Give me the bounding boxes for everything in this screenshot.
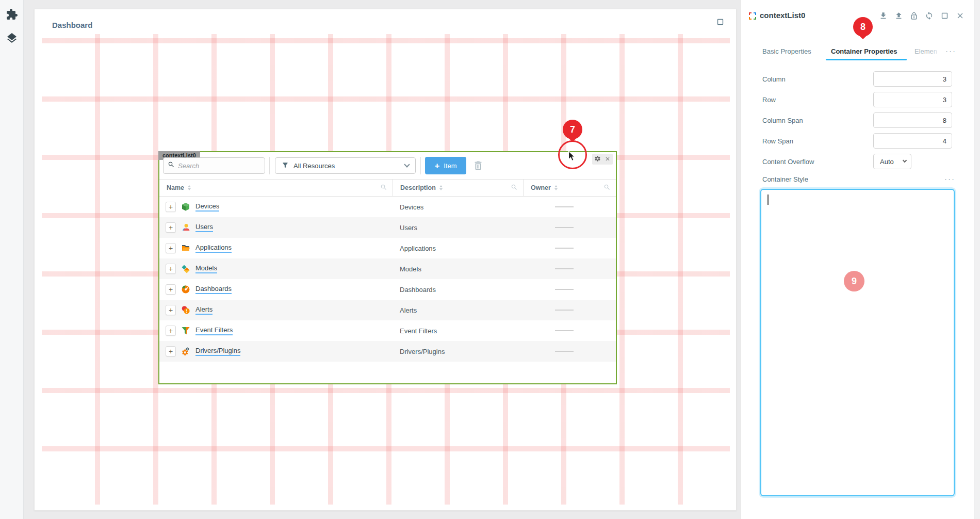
chevron-down-icon [404, 161, 410, 167]
properties-panel: contextList0 Basic Properties Container … [741, 0, 974, 519]
field-label-container-style: Container Style [762, 175, 808, 183]
expand-row-button[interactable]: + [166, 202, 176, 212]
resource-link[interactable]: Dashboards [195, 285, 232, 294]
content-overflow-value: Auto [880, 158, 894, 166]
resource-link[interactable]: Models [195, 264, 217, 273]
users-icon [181, 223, 190, 232]
annotation-badge-7: 7 [563, 120, 582, 139]
annotation-badge-9: 9 [844, 271, 864, 291]
table-row[interactable]: + Devices Devices [159, 197, 616, 217]
column-header-name[interactable]: Name [159, 180, 393, 196]
table-row[interactable]: + Drivers/Plugins Drivers/Plugins [159, 341, 616, 362]
tab-container-properties[interactable]: Container Properties [831, 47, 897, 55]
row-description: Dashboards [400, 286, 436, 294]
layers-button[interactable] [6, 32, 18, 44]
column-header-description[interactable]: Description [393, 180, 523, 196]
owner-empty-dash [555, 268, 574, 269]
add-item-label: Item [444, 162, 456, 170]
row-description: Users [400, 224, 417, 232]
row-description: Drivers/Plugins [400, 348, 445, 355]
container-style-menu[interactable]: ··· [944, 174, 955, 183]
widget-close-button[interactable] [605, 155, 611, 164]
row-span-input[interactable] [873, 133, 952, 149]
devices-icon [181, 202, 190, 212]
table-row[interactable]: + Dashboards Dashboards [159, 279, 616, 300]
search-input[interactable] [178, 162, 255, 170]
widgets-palette-button[interactable] [6, 8, 18, 21]
widget-type-icon [748, 12, 757, 22]
field-label-row: Row [762, 96, 776, 104]
context-list-widget[interactable]: contextList0 All Resources + Item [158, 151, 617, 384]
app-sidebar [0, 0, 24, 519]
expand-row-button[interactable]: + [166, 243, 176, 253]
row-description: Devices [400, 203, 423, 211]
table-row[interactable]: + Alerts Alerts [159, 300, 616, 320]
tab-basic-properties[interactable]: Basic Properties [762, 47, 811, 55]
table-row[interactable]: + Applications Applications [159, 238, 616, 258]
refresh-icon[interactable] [925, 11, 934, 22]
search-icon [168, 161, 175, 170]
field-label-content-overflow: Content Overflow [762, 158, 814, 166]
column-header-owner[interactable]: Owner [523, 180, 616, 196]
resource-link[interactable]: Event Filters [195, 326, 233, 335]
column-search-icon[interactable] [380, 184, 387, 192]
expand-row-button[interactable]: + [166, 346, 176, 356]
resource-link[interactable]: Drivers/Plugins [195, 347, 240, 356]
resource-link[interactable]: Devices [195, 202, 219, 212]
widget-search[interactable] [163, 157, 265, 174]
tab-element-properties[interactable]: Elemen [914, 47, 941, 55]
resource-link[interactable]: Alerts [195, 305, 213, 315]
trash-icon [472, 164, 484, 173]
resource-filter-value: All Resources [293, 162, 335, 170]
expand-row-button[interactable]: + [166, 222, 176, 233]
expand-row-button[interactable]: + [166, 264, 176, 274]
models-icon [181, 264, 190, 273]
add-item-button[interactable]: + Item [425, 157, 466, 174]
tab-overflow-menu[interactable]: ··· [945, 46, 956, 55]
maximize-icon [716, 19, 725, 28]
row-description: Models [400, 265, 421, 273]
expand-row-button[interactable]: + [166, 326, 176, 336]
column-search-icon[interactable] [511, 184, 518, 192]
widget-settings-button[interactable] [594, 155, 601, 164]
container-style-editor[interactable] [760, 189, 955, 496]
resource-link[interactable]: Users [195, 223, 213, 232]
toolbar-divider [420, 157, 421, 174]
toolbar-divider [269, 157, 270, 174]
delete-button[interactable] [472, 160, 484, 173]
upload-icon[interactable] [894, 11, 903, 22]
resource-link[interactable]: Applications [195, 244, 232, 253]
annotation-badge-8: 8 [853, 17, 873, 37]
column-input[interactable] [873, 71, 952, 87]
close-icon[interactable] [956, 11, 965, 22]
table-body: + Devices Devices + Users Users + [159, 197, 616, 362]
column-search-icon[interactable] [603, 184, 611, 192]
download-icon[interactable] [879, 11, 888, 22]
table-row[interactable]: + Users Users [159, 217, 616, 238]
row-description: Applications [400, 245, 436, 252]
sort-icon[interactable] [439, 185, 443, 190]
expand-row-button[interactable]: + [166, 305, 176, 315]
canvas-maximize-button[interactable] [716, 18, 725, 28]
sort-icon[interactable] [188, 185, 191, 190]
content-overflow-select[interactable]: Auto [873, 154, 911, 169]
widget-corner-controls [592, 154, 613, 165]
expand-row-button[interactable]: + [166, 284, 176, 295]
chevron-down-icon [903, 158, 907, 163]
row-input[interactable] [873, 92, 952, 107]
text-caret [767, 194, 769, 205]
lock-open-icon[interactable] [910, 12, 918, 22]
sort-icon[interactable] [554, 185, 558, 190]
table-row[interactable]: + Event Filters Event Filters [159, 320, 616, 341]
panel-toolbar [879, 11, 965, 22]
mouse-cursor-icon [568, 151, 577, 165]
table-row[interactable]: + Models Models [159, 258, 616, 279]
plus-icon: + [434, 161, 439, 170]
owner-empty-dash [555, 227, 574, 228]
puzzle-icon [6, 8, 18, 21]
page-scrollbar[interactable] [974, 0, 980, 519]
maximize-icon[interactable] [940, 11, 949, 22]
resource-filter-dropdown[interactable]: All Resources [275, 157, 416, 174]
applications-icon [181, 244, 190, 253]
column-span-input[interactable] [873, 112, 952, 128]
